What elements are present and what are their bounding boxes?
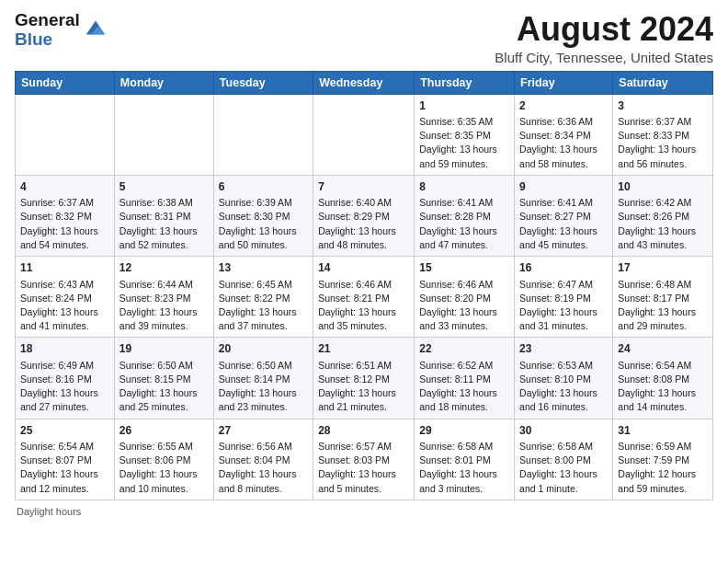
daylight-text: Daylight: 13 hours and 29 minutes.	[618, 306, 696, 331]
daylight-text: Daylight: 13 hours and 8 minutes.	[219, 468, 297, 493]
sunset-text: Sunset: 8:00 PM	[519, 454, 591, 465]
day-number: 3	[618, 98, 708, 114]
daylight-text: Daylight: 13 hours and 5 minutes.	[318, 468, 396, 493]
sub-title: Bluff City, Tennessee, United States	[495, 50, 713, 65]
sunrise-text: Sunrise: 6:54 AM	[20, 441, 94, 452]
sunset-text: Sunset: 8:15 PM	[119, 373, 191, 385]
logo-text: General Blue	[15, 11, 80, 50]
day-number: 17	[618, 260, 708, 276]
day-number: 4	[20, 179, 109, 195]
sunset-text: Sunset: 7:59 PM	[618, 454, 689, 465]
daylight-text: Daylight: 13 hours and 50 minutes.	[219, 225, 297, 250]
day-number: 20	[219, 341, 308, 357]
sunset-text: Sunset: 8:20 PM	[419, 293, 491, 304]
sunrise-text: Sunrise: 6:46 AM	[318, 279, 392, 290]
header-wednesday: Wednesday	[313, 71, 415, 94]
sunset-text: Sunset: 8:28 PM	[419, 211, 491, 222]
page: General Blue August 2024 Bluff City, Ten…	[0, 0, 728, 524]
sunset-text: Sunset: 8:07 PM	[20, 454, 92, 465]
sunrise-text: Sunrise: 6:39 AM	[219, 197, 292, 208]
sunrise-text: Sunrise: 6:53 AM	[519, 360, 593, 371]
calendar-cell: 22Sunrise: 6:52 AMSunset: 8:11 PMDayligh…	[415, 338, 515, 419]
sunrise-text: Sunrise: 6:58 AM	[519, 441, 593, 452]
calendar-cell: 2Sunrise: 6:36 AMSunset: 8:34 PMDaylight…	[515, 94, 613, 175]
sunrise-text: Sunrise: 6:50 AM	[119, 360, 193, 371]
calendar-cell: 17Sunrise: 6:48 AMSunset: 8:17 PMDayligh…	[613, 257, 713, 338]
sunrise-text: Sunrise: 6:56 AM	[219, 441, 292, 452]
sunset-text: Sunset: 8:17 PM	[618, 293, 689, 304]
sunrise-text: Sunrise: 6:47 AM	[519, 279, 593, 290]
sunrise-text: Sunrise: 6:58 AM	[419, 441, 493, 452]
sunrise-text: Sunrise: 6:40 AM	[318, 197, 392, 208]
calendar-cell: 26Sunrise: 6:55 AMSunset: 8:06 PMDayligh…	[114, 419, 213, 500]
calendar-week-2: 4Sunrise: 6:37 AMSunset: 8:32 PMDaylight…	[16, 175, 713, 256]
sunrise-text: Sunrise: 6:44 AM	[119, 279, 193, 290]
sunset-text: Sunset: 8:12 PM	[318, 373, 390, 385]
daylight-text: Daylight: 12 hours and 59 minutes.	[618, 468, 696, 493]
calendar-cell: 9Sunrise: 6:41 AMSunset: 8:27 PMDaylight…	[515, 175, 613, 256]
sunrise-text: Sunrise: 6:51 AM	[318, 360, 392, 371]
sunrise-text: Sunrise: 6:36 AM	[519, 116, 593, 127]
title-block: August 2024 Bluff City, Tennessee, Unite…	[495, 11, 713, 65]
daylight-text: Daylight: 13 hours and 23 minutes.	[219, 387, 297, 412]
sunset-text: Sunset: 8:10 PM	[519, 373, 591, 385]
sunrise-text: Sunrise: 6:37 AM	[618, 116, 691, 127]
calendar-cell: 15Sunrise: 6:46 AMSunset: 8:20 PMDayligh…	[415, 257, 515, 338]
calendar-cell: 6Sunrise: 6:39 AMSunset: 8:30 PMDaylight…	[213, 175, 313, 256]
sunset-text: Sunset: 8:24 PM	[20, 293, 92, 304]
sunset-text: Sunset: 8:04 PM	[219, 454, 290, 465]
daylight-text: Daylight: 13 hours and 52 minutes.	[119, 225, 198, 250]
day-number: 28	[318, 423, 409, 439]
calendar-cell	[114, 94, 213, 175]
sunrise-text: Sunrise: 6:38 AM	[119, 197, 193, 208]
sunrise-text: Sunrise: 6:41 AM	[419, 197, 493, 208]
sunrise-text: Sunrise: 6:37 AM	[20, 197, 94, 208]
calendar-cell: 11Sunrise: 6:43 AMSunset: 8:24 PMDayligh…	[16, 257, 115, 338]
day-number: 21	[318, 341, 409, 357]
calendar-cell: 1Sunrise: 6:35 AMSunset: 8:35 PMDaylight…	[415, 94, 515, 175]
daylight-text: Daylight: 13 hours and 58 minutes.	[519, 144, 597, 168]
daylight-text: Daylight: 13 hours and 3 minutes.	[419, 468, 497, 493]
daylight-text: Daylight: 13 hours and 41 minutes.	[20, 306, 98, 331]
calendar-cell: 7Sunrise: 6:40 AMSunset: 8:29 PMDaylight…	[313, 175, 415, 256]
day-number: 10	[618, 179, 708, 195]
daylight-text: Daylight: 13 hours and 45 minutes.	[519, 225, 597, 250]
day-number: 14	[318, 260, 409, 276]
sunrise-text: Sunrise: 6:49 AM	[20, 360, 94, 371]
calendar-cell: 18Sunrise: 6:49 AMSunset: 8:16 PMDayligh…	[16, 338, 115, 419]
calendar-cell: 14Sunrise: 6:46 AMSunset: 8:21 PMDayligh…	[313, 257, 415, 338]
header-tuesday: Tuesday	[213, 71, 313, 94]
calendar-cell: 12Sunrise: 6:44 AMSunset: 8:23 PMDayligh…	[114, 257, 213, 338]
day-number: 31	[618, 423, 708, 439]
sunrise-text: Sunrise: 6:57 AM	[318, 441, 392, 452]
sunset-text: Sunset: 8:27 PM	[519, 211, 591, 222]
day-number: 29	[419, 423, 509, 439]
day-number: 27	[219, 423, 308, 439]
header-monday: Monday	[114, 71, 213, 94]
sunrise-text: Sunrise: 6:55 AM	[119, 441, 193, 452]
calendar-table: Sunday Monday Tuesday Wednesday Thursday…	[15, 71, 713, 500]
calendar-cell: 3Sunrise: 6:37 AMSunset: 8:33 PMDaylight…	[613, 94, 713, 175]
calendar-cell: 29Sunrise: 6:58 AMSunset: 8:01 PMDayligh…	[415, 419, 515, 500]
calendar-header-row: Sunday Monday Tuesday Wednesday Thursday…	[16, 71, 713, 94]
day-number: 19	[119, 341, 209, 357]
day-number: 8	[419, 179, 509, 195]
sunset-text: Sunset: 8:16 PM	[20, 373, 92, 385]
day-number: 12	[119, 260, 209, 276]
sunset-text: Sunset: 8:34 PM	[519, 130, 591, 141]
calendar-week-3: 11Sunrise: 6:43 AMSunset: 8:24 PMDayligh…	[16, 257, 713, 338]
day-number: 9	[519, 179, 608, 195]
daylight-text: Daylight: 13 hours and 21 minutes.	[318, 387, 396, 412]
calendar-cell	[313, 94, 415, 175]
daylight-text: Daylight: 13 hours and 25 minutes.	[119, 387, 198, 412]
calendar-cell: 19Sunrise: 6:50 AMSunset: 8:15 PMDayligh…	[114, 338, 213, 419]
sunset-text: Sunset: 8:01 PM	[419, 454, 491, 465]
header-saturday: Saturday	[613, 71, 713, 94]
calendar-cell: 25Sunrise: 6:54 AMSunset: 8:07 PMDayligh…	[16, 419, 115, 500]
daylight-text: Daylight: 13 hours and 39 minutes.	[119, 306, 198, 331]
sunset-text: Sunset: 8:08 PM	[618, 373, 689, 385]
day-number: 15	[419, 260, 509, 276]
sunrise-text: Sunrise: 6:46 AM	[419, 279, 493, 290]
daylight-text: Daylight: 13 hours and 47 minutes.	[419, 225, 497, 250]
calendar-cell: 13Sunrise: 6:45 AMSunset: 8:22 PMDayligh…	[213, 257, 313, 338]
